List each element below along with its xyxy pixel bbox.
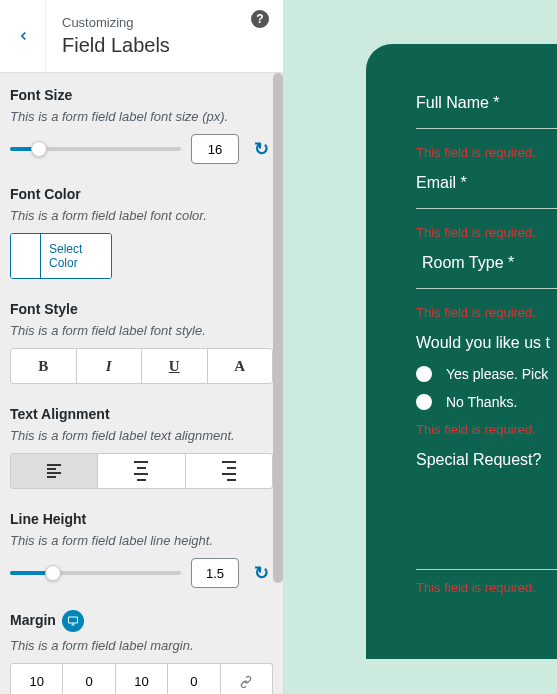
text-align-group — [10, 453, 273, 489]
font-style-section: Font Style This is a form field label fo… — [10, 301, 273, 384]
radio-option-yes[interactable]: Yes please. Pick — [416, 366, 557, 382]
chevron-left-icon — [16, 29, 30, 43]
margin-label: Margin — [10, 610, 273, 632]
email-field[interactable]: Email * — [416, 174, 557, 209]
align-right-button[interactable] — [186, 454, 272, 488]
font-size-slider[interactable] — [10, 147, 181, 151]
select-color-button[interactable]: Select Color — [41, 234, 111, 278]
preview-canvas: Full Name * This field is required. Emai… — [284, 0, 557, 694]
align-right-icon — [222, 459, 236, 483]
align-left-icon — [47, 462, 61, 480]
font-size-desc: This is a form field label font size (px… — [10, 109, 273, 124]
color-picker[interactable]: Select Color — [10, 233, 112, 279]
margin-top-input[interactable] — [11, 664, 62, 694]
align-left-button[interactable] — [11, 454, 98, 488]
font-style-group: B I U A — [10, 348, 273, 384]
breadcrumb: Customizing — [62, 15, 267, 30]
panel-content: Font Size This is a form field label fon… — [0, 73, 283, 694]
font-size-input[interactable] — [191, 134, 239, 164]
margin-link-toggle[interactable] — [221, 664, 272, 694]
error-message: This field is required. — [416, 422, 557, 437]
font-style-bold[interactable]: B — [11, 349, 77, 383]
radio-icon — [416, 366, 432, 382]
error-message: This field is required. — [416, 305, 557, 320]
radio-no-label: No Thanks. — [446, 394, 517, 410]
font-size-label: Font Size — [10, 87, 273, 103]
font-color-desc: This is a form field label font color. — [10, 208, 273, 223]
margin-right-input[interactable] — [63, 664, 114, 694]
fullname-field[interactable]: Full Name * — [416, 94, 557, 129]
text-align-label: Text Alignment — [10, 406, 273, 422]
roomtype-field[interactable]: Room Type * — [416, 254, 557, 289]
margin-desc: This is a form field label margin. — [10, 638, 273, 653]
font-size-section: Font Size This is a form field label fon… — [10, 87, 273, 164]
panel-header: Customizing Field Labels ? — [0, 0, 283, 73]
roomtype-label: Room Type * — [416, 254, 557, 272]
font-style-underline[interactable]: U — [142, 349, 208, 383]
special-request-textarea[interactable] — [416, 475, 557, 553]
align-center-icon — [134, 459, 148, 483]
line-height-section: Line Height This is a form field label l… — [10, 511, 273, 588]
error-message: This field is required. — [416, 225, 557, 240]
fullname-label: Full Name * — [416, 94, 557, 112]
text-align-desc: This is a form field label text alignmen… — [10, 428, 273, 443]
help-icon[interactable]: ? — [251, 10, 269, 28]
font-color-label: Font Color — [10, 186, 273, 202]
line-height-desc: This is a form field label line height. — [10, 533, 273, 548]
font-style-case[interactable]: A — [208, 349, 273, 383]
error-message: This field is required. — [416, 580, 557, 595]
line-height-reset[interactable]: ↻ — [249, 561, 273, 585]
desktop-icon[interactable] — [62, 610, 84, 632]
pickup-question: Would you like us t — [416, 334, 557, 352]
line-height-label: Line Height — [10, 511, 273, 527]
color-swatch — [11, 234, 41, 278]
scrollbar[interactable] — [273, 73, 283, 694]
radio-option-no[interactable]: No Thanks. — [416, 394, 557, 410]
line-height-input[interactable] — [191, 558, 239, 588]
customizer-panel: Customizing Field Labels ? Font Size Thi… — [0, 0, 284, 694]
error-message: This field is required. — [416, 145, 557, 160]
margin-section: Margin This is a form field label margin… — [10, 610, 273, 694]
align-center-button[interactable] — [98, 454, 185, 488]
page-title: Field Labels — [62, 34, 267, 57]
line-height-slider[interactable] — [10, 571, 181, 575]
font-style-desc: This is a form field label font style. — [10, 323, 273, 338]
text-align-section: Text Alignment This is a form field labe… — [10, 406, 273, 489]
font-style-label: Font Style — [10, 301, 273, 317]
radio-yes-label: Yes please. Pick — [446, 366, 548, 382]
font-style-italic[interactable]: I — [77, 349, 143, 383]
radio-icon — [416, 394, 432, 410]
email-label: Email * — [416, 174, 557, 192]
special-request-label: Special Request? — [416, 451, 557, 469]
form-preview: Full Name * This field is required. Emai… — [366, 44, 557, 659]
margin-inputs — [10, 663, 273, 694]
font-color-section: Font Color This is a form field label fo… — [10, 186, 273, 279]
back-button[interactable] — [0, 0, 46, 72]
margin-bottom-input[interactable] — [116, 664, 167, 694]
margin-left-input[interactable] — [168, 664, 219, 694]
font-size-reset[interactable]: ↻ — [249, 137, 273, 161]
